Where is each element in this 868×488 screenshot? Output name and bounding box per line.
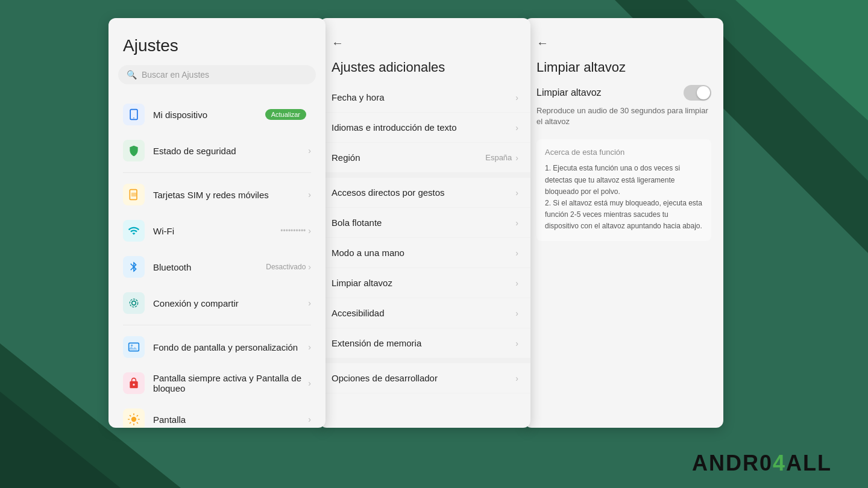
additional-item-fecha[interactable]: Fecha y hora ›: [319, 83, 530, 113]
chevron-icon: ›: [515, 278, 518, 288]
section-divider: [319, 173, 530, 178]
settings-title: Ajustes: [108, 36, 326, 65]
seguridad-label: Estado de seguridad: [153, 146, 308, 156]
svg-point-13: [131, 417, 136, 422]
una-mano-label: Modo a una mano: [332, 248, 515, 258]
wifi-label: Wi-Fi: [153, 226, 280, 236]
brand-number: 4: [773, 451, 786, 476]
sidebar-item-mi-dispositivo[interactable]: Mi dispositivo Actualizar: [108, 96, 326, 133]
brand-logo: ANDR0 4 ALL: [692, 451, 832, 476]
lock-icon: [123, 372, 145, 394]
svg-point-12: [131, 345, 133, 346]
sidebar-item-seguridad[interactable]: Estado de seguridad ›: [108, 133, 326, 169]
additional-item-gestos[interactable]: Accesos directos por gestos ›: [319, 178, 530, 208]
chevron-icon: ›: [308, 414, 311, 424]
speaker-header: ←: [524, 30, 723, 60]
speaker-toggle-label: Limpiar altavoz: [536, 87, 602, 98]
divider-1: [123, 172, 311, 173]
panel-settings: Ajustes 🔍 Buscar en Ajustes Mi dispositi…: [108, 18, 326, 428]
sidebar-item-pantalla-bloqueo[interactable]: Pantalla siempre activa y Pantalla de bl…: [108, 365, 326, 401]
additional-item-altavoz[interactable]: Limpiar altavoz ›: [319, 268, 530, 298]
chevron-icon: ›: [515, 308, 518, 318]
device-icon: [123, 104, 145, 125]
sidebar-item-wifi[interactable]: Wi-Fi •••••••••• ›: [108, 213, 326, 249]
additional-item-una-mano[interactable]: Modo a una mano ›: [319, 238, 530, 268]
idiomas-label: Idiomas e introducción de texto: [332, 122, 515, 133]
back-button-speaker[interactable]: ←: [536, 36, 549, 50]
conexion-label: Conexión y compartir: [153, 298, 308, 308]
fondo-label: Fondo de pantalla y personalización: [153, 342, 308, 352]
additional-item-accesibilidad[interactable]: Accesibilidad ›: [319, 298, 530, 328]
chevron-icon: ›: [308, 226, 311, 236]
region-label: Región: [332, 152, 485, 163]
additional-item-idiomas[interactable]: Idiomas e introducción de texto ›: [319, 113, 530, 143]
svg-rect-8: [131, 193, 136, 197]
brand-text-left: ANDR0: [692, 451, 773, 476]
speaker-content: Limpiar altavoz Limpiar altavoz Reproduc…: [524, 60, 723, 241]
bluetooth-status: Desactivado: [266, 263, 306, 271]
gestos-label: Accesos directos por gestos: [332, 187, 515, 198]
speaker-toggle-switch[interactable]: [684, 85, 711, 101]
panels-container: Ajustes 🔍 Buscar en Ajustes Mi dispositi…: [108, 18, 838, 428]
speaker-toggle-row: Limpiar altavoz: [536, 85, 711, 101]
search-icon: 🔍: [127, 70, 137, 80]
about-text: 1. Ejecuta esta función una o dos veces …: [545, 163, 703, 232]
bola-label: Bola flotante: [332, 217, 515, 228]
pantalla-label: Pantalla: [153, 414, 308, 425]
chevron-icon: ›: [308, 262, 311, 272]
sidebar-item-pantalla[interactable]: Pantalla ›: [108, 401, 326, 428]
sim-label: Tarjetas SIM y redes móviles: [153, 190, 308, 200]
svg-point-10: [130, 299, 137, 307]
svg-rect-11: [129, 343, 139, 351]
actualizar-badge: Actualizar: [265, 109, 306, 120]
chevron-icon: ›: [515, 123, 518, 133]
chevron-icon: ›: [308, 298, 311, 308]
speaker-main-title: Limpiar altavoz: [536, 60, 711, 75]
display-icon: [123, 408, 145, 428]
panel-speaker: ← Limpiar altavoz Limpiar altavoz Reprod…: [524, 18, 723, 428]
additional-item-bola[interactable]: Bola flotante ›: [319, 208, 530, 238]
svg-point-9: [132, 301, 136, 305]
wifi-icon: [123, 220, 145, 242]
pantalla-bloqueo-label: Pantalla siempre activa y Pantalla de bl…: [153, 373, 308, 393]
shield-icon: [123, 140, 145, 161]
additional-title: Ajustes adicionales: [319, 60, 530, 83]
chevron-icon: ›: [515, 374, 518, 383]
altavoz-label: Limpiar altavoz: [332, 278, 515, 288]
section-divider-2: [319, 358, 530, 363]
chevron-icon: ›: [515, 339, 518, 348]
svg-point-6: [133, 117, 134, 119]
extension-label: Extensión de memoria: [332, 338, 515, 348]
share-icon: [123, 292, 145, 314]
chevron-icon: ›: [515, 218, 518, 228]
chevron-icon: ›: [515, 153, 518, 163]
chevron-icon: ›: [308, 342, 311, 352]
sidebar-item-bluetooth[interactable]: Bluetooth Desactivado ›: [108, 249, 326, 285]
panel-additional: ← Ajustes adicionales Fecha y hora › Idi…: [319, 18, 530, 428]
about-section: Acerca de esta función 1. Ejecuta esta f…: [536, 139, 711, 240]
additional-item-extension[interactable]: Extensión de memoria ›: [319, 328, 530, 358]
search-bar[interactable]: 🔍 Buscar en Ajustes: [118, 65, 316, 84]
bluetooth-label: Bluetooth: [153, 262, 266, 272]
brand-text-right: ALL: [786, 451, 832, 476]
bluetooth-icon: [123, 256, 145, 278]
wifi-status: ••••••••••: [280, 227, 306, 235]
chevron-icon: ›: [308, 190, 311, 199]
chevron-icon: ›: [515, 248, 518, 258]
sidebar-item-fondo[interactable]: Fondo de pantalla y personalización ›: [108, 329, 326, 365]
back-button-additional[interactable]: ←: [332, 36, 344, 50]
region-value: España: [485, 153, 512, 162]
sidebar-item-sim[interactable]: Tarjetas SIM y redes móviles ›: [108, 177, 326, 213]
mi-dispositivo-label: Mi dispositivo: [153, 110, 265, 120]
chevron-icon: ›: [515, 93, 518, 102]
additional-item-region[interactable]: Región España ›: [319, 143, 530, 173]
additional-header: ←: [319, 30, 530, 60]
sidebar-item-conexion[interactable]: Conexión y compartir ›: [108, 285, 326, 321]
additional-item-developer[interactable]: Opciones de desarrollador ›: [319, 363, 530, 393]
search-placeholder: Buscar en Ajustes: [142, 70, 209, 80]
developer-label: Opciones de desarrollador: [332, 373, 515, 383]
speaker-description: Reproduce un audio de 30 segundos para l…: [536, 105, 711, 127]
chevron-icon: ›: [308, 146, 311, 155]
accesibilidad-label: Accesibilidad: [332, 308, 515, 318]
divider-2: [123, 325, 311, 325]
